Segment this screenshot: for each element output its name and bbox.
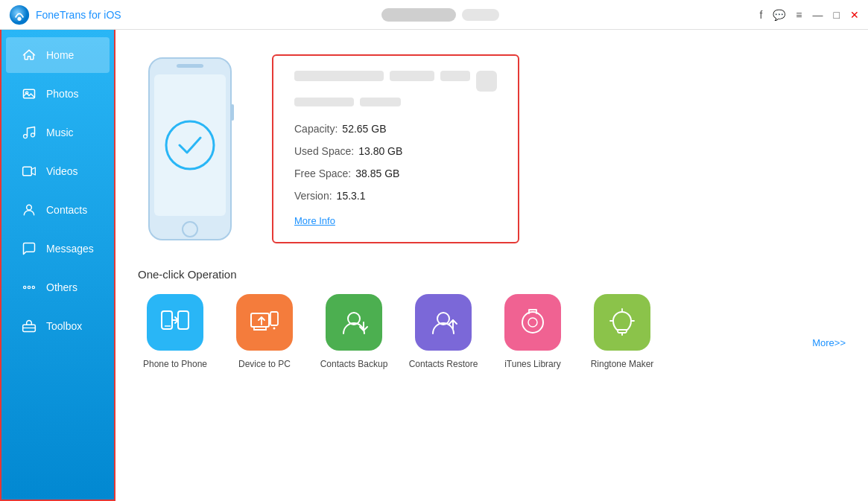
oneclick-device-to-pc[interactable]: Device to PC: [227, 294, 302, 371]
music-icon: [21, 124, 37, 141]
sidebar-label-messages: Messages: [46, 243, 94, 255]
svg-point-29: [522, 312, 543, 333]
sidebar-label-contacts: Contacts: [46, 204, 87, 216]
device-pill: [381, 8, 456, 22]
videos-icon: [21, 163, 37, 179]
sidebar-label-home: Home: [46, 49, 74, 61]
device-to-pc-label: Device to PC: [238, 358, 291, 371]
svg-point-1: [17, 16, 21, 20]
main-layout: Home Photos Music: [0, 30, 868, 501]
used-space-value: 13.80 GB: [358, 145, 402, 157]
more-info-link[interactable]: More Info: [294, 215, 335, 226]
capacity-row: Capacity: 52.65 GB: [294, 123, 497, 135]
svg-rect-2: [24, 89, 35, 98]
svg-point-24: [273, 328, 276, 330]
content-area: Capacity: 52.65 GB Used Space: 13.80 GB …: [115, 30, 868, 501]
sidebar-item-toolbox[interactable]: Toolbox: [6, 308, 110, 344]
oneclick-phone-to-phone[interactable]: Phone to Phone: [138, 294, 212, 371]
sidebar-label-others: Others: [46, 281, 77, 293]
sidebar-item-messages[interactable]: Messages: [6, 231, 110, 267]
oneclick-contacts-backup[interactable]: Contacts Backup: [317, 294, 391, 371]
sidebar-item-contacts[interactable]: Contacts: [6, 192, 110, 228]
contacts-backup-icon: [326, 294, 382, 351]
more-button[interactable]: More>>: [797, 316, 846, 348]
oneclick-title: One-click Operation: [138, 268, 846, 281]
sidebar-item-music[interactable]: Music: [6, 115, 110, 150]
device-section: Capacity: 52.65 GB Used Space: 13.80 GB …: [138, 52, 846, 246]
sidebar-item-others[interactable]: Others: [6, 269, 110, 305]
svg-rect-18: [231, 104, 234, 121]
itunes-library-label: iTunes Library: [504, 358, 561, 371]
app-logo-icon: [9, 4, 30, 25]
device-to-pc-icon: [236, 294, 293, 351]
svg-point-7: [27, 205, 32, 210]
minimize-button[interactable]: —: [813, 9, 823, 21]
photos-icon: [21, 86, 37, 102]
free-space-label: Free Space:: [294, 167, 351, 179]
svg-rect-15: [177, 64, 203, 68]
oneclick-grid: Phone to Phone: [138, 294, 846, 371]
phone-to-phone-label: Phone to Phone: [143, 358, 207, 371]
version-label: Version:: [294, 190, 332, 202]
title-bar-center: [381, 8, 499, 22]
used-space-label: Used Space:: [294, 145, 354, 157]
others-icon: [21, 279, 37, 296]
ringtone-maker-icon: [594, 294, 650, 351]
chat-button[interactable]: 💬: [773, 9, 785, 21]
menu-button[interactable]: ≡: [796, 9, 802, 21]
version-row: Version: 15.3.1: [294, 190, 497, 202]
title-bar: FoneTrans for iOS f 💬 ≡ — □ ✕: [0, 0, 868, 30]
title-bar-right[interactable]: f 💬 ≡ — □ ✕: [759, 9, 859, 21]
capacity-label: Capacity:: [294, 123, 338, 135]
oneclick-contacts-restore[interactable]: Contacts Restore: [406, 294, 481, 371]
contacts-restore-label: Contacts Restore: [409, 358, 478, 371]
svg-point-9: [28, 286, 30, 288]
contacts-icon: [21, 202, 37, 218]
free-space-value: 38.85 GB: [355, 167, 399, 179]
svg-point-0: [10, 4, 29, 24]
facebook-button[interactable]: f: [759, 9, 762, 21]
messages-icon: [21, 240, 37, 257]
free-space-row: Free Space: 38.85 GB: [294, 167, 497, 179]
oneclick-ringtone-maker[interactable]: Ringtone Maker: [585, 294, 659, 371]
oneclick-items: Phone to Phone: [138, 294, 659, 371]
home-icon: [21, 47, 37, 63]
itunes-library-icon: [504, 294, 561, 351]
svg-point-30: [528, 318, 537, 327]
device-info-card: Capacity: 52.65 GB Used Space: 13.80 GB …: [272, 54, 519, 243]
svg-point-10: [32, 286, 34, 288]
device-name-blurred: [294, 71, 497, 112]
sidebar-label-music: Music: [46, 127, 74, 138]
phone-svg: [138, 52, 242, 246]
oneclick-section: One-click Operation Phon: [138, 268, 846, 371]
contacts-backup-label: Contacts Backup: [320, 358, 388, 371]
sidebar-label-photos: Photos: [46, 88, 79, 100]
close-button[interactable]: ✕: [850, 9, 859, 21]
version-value: 15.3.1: [337, 190, 366, 202]
toolbox-icon: [21, 318, 37, 334]
device-pill-small: [462, 9, 499, 21]
svg-rect-14: [154, 74, 226, 216]
ringtone-maker-label: Ringtone Maker: [591, 358, 654, 371]
svg-rect-23: [270, 312, 278, 325]
contacts-restore-icon: [415, 294, 472, 351]
phone-illustration: [138, 52, 242, 246]
used-space-row: Used Space: 13.80 GB: [294, 145, 497, 157]
phone-to-phone-icon: [147, 294, 203, 351]
svg-rect-22: [251, 313, 269, 327]
title-bar-left: FoneTrans for iOS: [9, 4, 121, 25]
maximize-button[interactable]: □: [834, 9, 840, 21]
sidebar: Home Photos Music: [0, 30, 115, 501]
sidebar-item-home[interactable]: Home: [6, 37, 110, 73]
app-title: FoneTrans for iOS: [36, 9, 121, 21]
svg-rect-6: [23, 167, 32, 176]
svg-point-8: [24, 286, 26, 288]
sidebar-label-videos: Videos: [46, 165, 78, 177]
sidebar-item-videos[interactable]: Videos: [6, 153, 110, 189]
sidebar-item-photos[interactable]: Photos: [6, 76, 110, 112]
oneclick-itunes-library[interactable]: iTunes Library: [495, 294, 570, 371]
sidebar-label-toolbox: Toolbox: [46, 320, 82, 332]
svg-rect-20: [178, 311, 189, 329]
capacity-value: 52.65 GB: [342, 123, 386, 135]
